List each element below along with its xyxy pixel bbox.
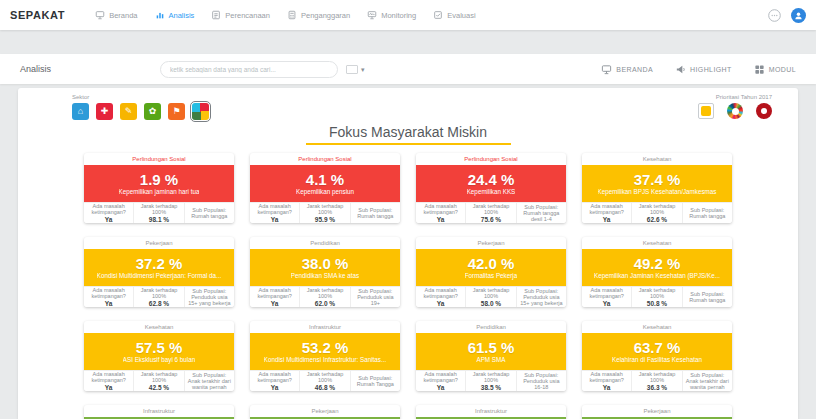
card-indicator-title: Kelahiran di Fasilitas Kesehatan xyxy=(612,356,702,364)
gap-label: Jarak terhadap 100% xyxy=(136,287,181,299)
card-percent: 24.4 % xyxy=(468,172,515,188)
card-sector-label: Perlindungan Sosial xyxy=(84,153,234,165)
card-sector-label: Kesehatan xyxy=(582,237,732,249)
nav-item-perencanaan[interactable]: Perencanaan xyxy=(211,10,270,20)
action-label: HIGHLIGHT xyxy=(690,66,732,73)
gap-cell: Jarak terhadap 100%38.5 % xyxy=(466,371,516,391)
indicator-card[interactable]: Pendidikan38.0 %Pendidikan SMA ke atasAd… xyxy=(250,237,400,307)
inequality-cell: Ada masalah ketimpangan?Ya xyxy=(416,371,466,391)
card-sector-label: Kesehatan xyxy=(582,321,732,333)
inequality-cell: Ada masalah ketimpangan?Ya xyxy=(582,371,632,391)
gap-value: 75.6 % xyxy=(481,216,501,224)
indicator-card[interactable]: Infrastruktur xyxy=(416,405,566,419)
card-footer: Ada masalah ketimpangan?YaJarak terhadap… xyxy=(84,202,234,223)
gap-cell: Jarak terhadap 100%46.8 % xyxy=(300,371,350,391)
card-indicator-title: Kondisi Multidimensi Pekerjaan: Formal d… xyxy=(97,272,222,280)
card-sector-label: Pekerjaan xyxy=(250,405,400,417)
card-footer: Ada masalah ketimpangan?YaJarak terhadap… xyxy=(416,370,566,391)
sektor-icon-5[interactable]: ⚑ xyxy=(168,103,185,120)
sektor-icons: ⌂✚✎✿⚑ xyxy=(72,103,209,120)
indicator-card[interactable]: Infrastruktur xyxy=(84,405,234,419)
indonesia-flag-icon xyxy=(346,65,358,74)
inequality-label: Ada masalah ketimpangan? xyxy=(418,203,463,215)
nav-item-beranda[interactable]: Beranda xyxy=(95,10,137,20)
sektor-icon-2[interactable]: ✚ xyxy=(96,103,113,120)
highlight-button[interactable]: HIGHLIGHT xyxy=(675,64,732,75)
subpopulation-text: Sub Populasi: Rumah tangga xyxy=(685,207,730,219)
indicator-card[interactable]: Pekerjaan37.2 %Kondisi Multidimensi Peke… xyxy=(84,237,234,307)
inequality-label: Ada masalah ketimpangan? xyxy=(252,203,297,215)
inequality-cell: Ada masalah ketimpangan?Ya xyxy=(84,371,134,391)
main-nav: Beranda Analisis Perencanaan Penganggara… xyxy=(95,10,475,20)
indicator-card[interactable]: Perlindungan Sosial24.4 %Kepemilikan KKS… xyxy=(416,153,566,223)
indicator-card[interactable]: Kesehatan49.2 %Kepemilikan Jaminan Keseh… xyxy=(582,237,732,307)
inequality-value: Ya xyxy=(105,300,113,308)
subpopulation-text: Sub Populasi: Anak terakhir dari wanita … xyxy=(685,372,730,390)
card-indicator-title: Kepemilikan pensiun xyxy=(296,188,354,196)
gap-cell: Jarak terhadap 100%50.8 % xyxy=(632,287,682,307)
title-underline xyxy=(306,143,511,145)
modul-button[interactable]: MODUL xyxy=(754,64,796,75)
indicator-card[interactable]: Pekerjaan42.0 %Formalitas PekerjaAda mas… xyxy=(416,237,566,307)
tpb-logo-icon[interactable] xyxy=(756,103,772,119)
card-value-area: 53.2 %Kondisi Multidimensi Infrastruktur… xyxy=(250,333,400,370)
beranda-button[interactable]: BERANDA xyxy=(601,64,653,75)
card-percent: 57.5 % xyxy=(136,340,183,356)
indicator-card[interactable]: Kesehatan63.7 %Kelahiran di Fasilitas Ke… xyxy=(582,321,732,391)
gap-cell: Jarak terhadap 100%58.0 % xyxy=(466,287,516,307)
indicator-card[interactable]: Infrastruktur53.2 %Kondisi Multidimensi … xyxy=(250,321,400,391)
page-section-title: Analisis xyxy=(20,64,160,74)
nav-item-penganggaran[interactable]: Penganggaran xyxy=(287,10,350,20)
card-footer: Ada masalah ketimpangan?YaJarak terhadap… xyxy=(250,202,400,223)
indicator-card[interactable]: Pekerjaan xyxy=(582,405,732,419)
nav-item-analisis[interactable]: Analisis xyxy=(155,10,195,20)
card-value-area: 57.5 %ASI Eksklusif bayi 6 bulan xyxy=(84,333,234,370)
card-indicator-title: Pendidikan SMA ke atas xyxy=(291,272,359,280)
region-flag-selector[interactable]: ▾ xyxy=(346,65,365,74)
gap-label: Jarak terhadap 100% xyxy=(136,203,181,215)
indicator-card[interactable]: Pekerjaan xyxy=(250,405,400,419)
bar-chart-icon xyxy=(155,10,165,20)
card-value-area: 61.5 %APM SMA xyxy=(416,333,566,370)
inequality-cell: Ada masalah ketimpangan?Ya xyxy=(582,203,632,223)
card-percent: 63.7 % xyxy=(634,340,681,356)
gap-label: Jarak terhadap 100% xyxy=(302,371,347,383)
feedback-chat-icon[interactable] xyxy=(767,8,782,23)
inequality-label: Ada masalah ketimpangan? xyxy=(252,371,297,383)
sektor-icon-4[interactable]: ✿ xyxy=(144,103,161,120)
search-input[interactable] xyxy=(160,61,338,78)
card-percent: 37.2 % xyxy=(136,256,183,272)
indicator-card[interactable]: Perlindungan Sosial1.9 %Kepemilikan jami… xyxy=(84,153,234,223)
sdg-wheel-icon[interactable] xyxy=(727,103,743,119)
sektor-icon-6[interactable] xyxy=(192,103,209,120)
card-value-area: 24.4 %Kepemilikan KKS xyxy=(416,165,566,202)
subpopulation-text: Sub Populasi: Rumah tangga xyxy=(353,207,398,219)
card-sector-label: Pekerjaan xyxy=(416,237,566,249)
inequality-value: Ya xyxy=(271,384,279,392)
action-label: MODUL xyxy=(769,66,796,73)
sektor-icon-1[interactable]: ⌂ xyxy=(72,103,89,120)
nav-item-evaluasi[interactable]: Evaluasi xyxy=(433,10,475,20)
inequality-value: Ya xyxy=(271,216,279,224)
indicator-card[interactable]: Kesehatan37.4 %Kepemilikan BPJS Kesehata… xyxy=(582,153,732,223)
sektor-icon-3[interactable]: ✎ xyxy=(120,103,137,120)
inequality-value: Ya xyxy=(603,384,611,392)
gap-cell: Jarak terhadap 100%36.3 % xyxy=(632,371,682,391)
indicator-card[interactable]: Pendidikan61.5 %APM SMAAda masalah ketim… xyxy=(416,321,566,391)
check-document-icon xyxy=(433,10,443,20)
card-value-area: 49.2 %Kepemilikan Jaminan Kesehatan (BPJ… xyxy=(582,249,732,286)
card-value-area: 38.0 %Pendidikan SMA ke atas xyxy=(250,249,400,286)
grid-icon xyxy=(754,64,765,75)
user-avatar[interactable] xyxy=(791,8,806,23)
gap-cell: Jarak terhadap 100%42.5 % xyxy=(134,371,184,391)
card-footer: Ada masalah ketimpangan?YaJarak terhadap… xyxy=(416,286,566,307)
nav-item-monitoring[interactable]: Monitoring xyxy=(367,10,416,20)
indicator-card[interactable]: Kesehatan57.5 %ASI Eksklusif bayi 6 bula… xyxy=(84,321,234,391)
indicator-card[interactable]: Perlindungan Sosial4.1 %Kepemilikan pens… xyxy=(250,153,400,223)
prioritas-filter-icon[interactable] xyxy=(698,103,714,119)
card-percent: 49.2 % xyxy=(634,256,681,272)
subpopulation-text: Sub Populasi: Penduduk usia 15+ yang bek… xyxy=(519,288,564,306)
gap-value: 36.3 % xyxy=(647,384,667,392)
card-value-area: 1.9 %Kepemilikan jaminan hari tua xyxy=(84,165,234,202)
nav-item-label: Beranda xyxy=(109,11,137,20)
